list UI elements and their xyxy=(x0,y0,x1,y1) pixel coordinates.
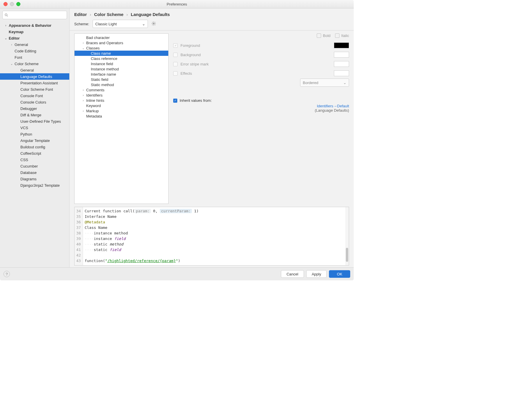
sidebar-item[interactable]: Code Editing xyxy=(0,48,69,54)
breadcrumb-item[interactable]: Color Scheme xyxy=(94,12,123,17)
sidebar-item[interactable]: Cucumber xyxy=(0,163,69,169)
sidebar-item[interactable]: Language Defaults xyxy=(0,73,69,80)
code-area[interactable]: Current function call(param: 0, currentP… xyxy=(83,207,201,265)
breadcrumb: Editor › Color Scheme › Language Default… xyxy=(70,8,354,20)
footer: ? Cancel Apply OK xyxy=(0,267,354,280)
sidebar-search[interactable] xyxy=(2,11,67,19)
bold-label: Bold xyxy=(323,33,330,38)
inherit-block: Inherit values from: Identifiers→Default… xyxy=(173,98,349,113)
gear-icon[interactable] xyxy=(151,21,156,27)
sidebar-item[interactable]: Database xyxy=(0,169,69,176)
breadcrumb-item[interactable]: Editor xyxy=(74,12,87,17)
effects-checkbox[interactable] xyxy=(173,71,178,76)
sidebar-item[interactable]: Buildout config xyxy=(0,144,69,150)
scheme-label: Scheme: xyxy=(74,22,89,26)
window-body: ›Appearance & BehaviorKeymap⌄Editor›Gene… xyxy=(0,8,354,267)
category-item[interactable]: Instance field xyxy=(75,61,168,66)
sidebar-item[interactable]: General xyxy=(0,67,69,73)
sidebar-item[interactable]: Django/Jinja2 Template xyxy=(0,182,69,188)
category-item[interactable]: Bad character xyxy=(75,35,168,40)
properties-panel: Bold Italic Foreground Background xyxy=(173,33,349,204)
category-item[interactable]: ›Inline hints xyxy=(75,98,168,103)
sidebar-item[interactable]: ›Appearance & Behavior xyxy=(0,22,69,29)
sidebar-item[interactable]: Keymap xyxy=(0,29,69,35)
sidebar-item[interactable]: ⌄Editor xyxy=(0,35,69,41)
category-item[interactable]: ›Comments xyxy=(75,87,168,92)
cancel-button[interactable]: Cancel xyxy=(281,270,304,278)
error-stripe-checkbox[interactable] xyxy=(173,62,178,66)
breadcrumb-item: Language Defaults xyxy=(131,12,170,17)
sidebar-item[interactable]: Console Colors xyxy=(0,99,69,105)
sidebar-item[interactable]: Console Font xyxy=(0,92,69,99)
effects-select-value: Bordered xyxy=(303,81,318,85)
error-stripe-label: Error stripe mark xyxy=(180,62,331,66)
foreground-swatch[interactable] xyxy=(334,42,349,48)
svg-point-0 xyxy=(5,14,7,16)
sidebar-item[interactable]: Diff & Merge xyxy=(0,112,69,118)
scheme-select[interactable]: Classic Light ⌄ xyxy=(93,20,148,28)
category-list: Bad character›Braces and Operators⌄Class… xyxy=(74,33,169,204)
inherit-checkbox[interactable] xyxy=(173,99,177,103)
category-item[interactable]: Interface name xyxy=(75,72,168,77)
category-item[interactable]: Class reference xyxy=(75,56,168,61)
sidebar-item[interactable]: Angular Template xyxy=(0,137,69,144)
error-stripe-row: Error stripe mark xyxy=(173,60,349,68)
font-style-row: Bold Italic xyxy=(173,33,349,38)
sidebar-item[interactable]: Presentation Assistant xyxy=(0,80,69,86)
category-item[interactable]: Metadata xyxy=(75,113,168,119)
background-checkbox[interactable] xyxy=(173,53,178,57)
search-input[interactable] xyxy=(8,12,65,18)
preview-scrollbar[interactable] xyxy=(345,207,349,265)
sidebar-item[interactable]: Python xyxy=(0,131,69,137)
sidebar-item[interactable]: Debugger xyxy=(0,105,69,112)
inherit-sublabel: (Language Defaults) xyxy=(173,108,349,113)
category-item[interactable]: ›Braces and Operators xyxy=(75,40,168,45)
category-item[interactable]: Class name xyxy=(75,51,168,56)
bold-checkbox[interactable]: Bold xyxy=(317,33,330,38)
sidebar-item[interactable]: ›General xyxy=(0,41,69,48)
foreground-label: Foreground xyxy=(180,43,331,48)
content-area: Bad character›Braces and Operators⌄Class… xyxy=(70,31,354,207)
italic-checkbox[interactable]: Italic xyxy=(335,33,349,38)
effects-select[interactable]: Bordered ⌄ xyxy=(300,79,349,87)
effects-swatch[interactable] xyxy=(334,70,349,76)
inherit-checkbox-row[interactable]: Inherit values from: xyxy=(173,98,349,103)
scheme-row: Scheme: Classic Light ⌄ xyxy=(70,20,354,31)
sidebar-item[interactable]: CSS xyxy=(0,156,69,163)
foreground-checkbox[interactable] xyxy=(173,43,178,48)
category-item[interactable]: Static field xyxy=(75,77,168,82)
gutter: 34353637383940414243 xyxy=(75,207,83,265)
main-panel: Editor › Color Scheme › Language Default… xyxy=(70,8,354,267)
preferences-window: Preferences ›Appearance & BehaviorKeymap… xyxy=(0,0,354,280)
sidebar-item[interactable]: ⌄Color Scheme xyxy=(0,60,69,67)
sidebar: ›Appearance & BehaviorKeymap⌄Editor›Gene… xyxy=(0,8,70,267)
category-item[interactable]: ⌄Classes xyxy=(75,45,168,51)
apply-button[interactable]: Apply xyxy=(306,270,327,278)
category-item[interactable]: Keyword xyxy=(75,103,168,108)
sidebar-item[interactable]: Font xyxy=(0,54,69,60)
category-item[interactable]: ›Markup xyxy=(75,108,168,113)
effects-row: Effects xyxy=(173,69,349,77)
category-item[interactable]: ›Identifiers xyxy=(75,92,168,98)
background-swatch[interactable] xyxy=(334,52,349,58)
chevron-down-icon: ⌄ xyxy=(343,81,346,85)
category-item[interactable]: Static method xyxy=(75,82,168,87)
sidebar-item[interactable]: Diagrams xyxy=(0,176,69,182)
help-icon[interactable]: ? xyxy=(3,271,10,277)
sidebar-item[interactable]: User-Defined File Types xyxy=(0,118,69,124)
chevron-right-icon: › xyxy=(90,12,91,17)
scrollbar-thumb[interactable] xyxy=(346,248,348,262)
sidebar-item[interactable]: CoffeeScript xyxy=(0,150,69,156)
sidebar-item[interactable]: VCS xyxy=(0,124,69,131)
inherit-link[interactable]: Identifiers→Default xyxy=(173,104,349,108)
effects-label: Effects xyxy=(180,71,331,76)
ok-button[interactable]: OK xyxy=(329,270,350,278)
category-item[interactable]: Instance method xyxy=(75,66,168,72)
svg-line-1 xyxy=(7,15,8,16)
scheme-value: Classic Light xyxy=(95,22,117,26)
error-stripe-swatch[interactable] xyxy=(334,61,349,67)
italic-label: Italic xyxy=(341,33,349,38)
sidebar-item[interactable]: Color Scheme Font xyxy=(0,86,69,92)
background-label: Background xyxy=(180,53,331,57)
code-preview: 34353637383940414243 Current function ca… xyxy=(74,207,349,266)
